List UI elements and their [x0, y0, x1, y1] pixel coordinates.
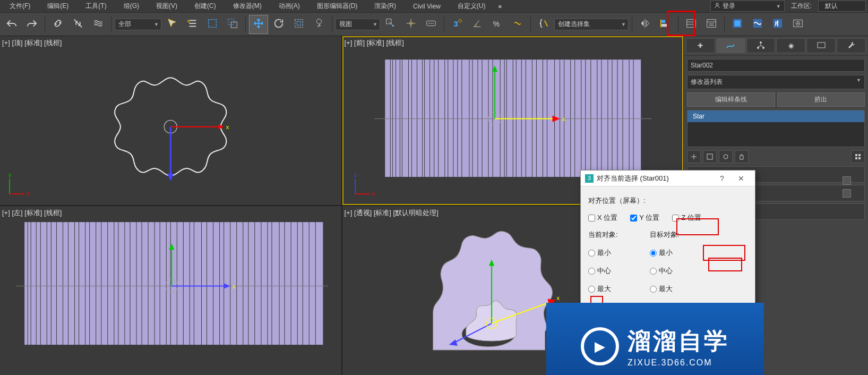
close-button[interactable]: ✕ [732, 174, 751, 183]
mirror-button[interactable] [635, 15, 655, 34]
render-setup-button[interactable] [788, 15, 807, 34]
svg-point-174 [724, 155, 728, 159]
workspace-selector[interactable]: 默认 [818, 1, 866, 12]
select-by-name-button[interactable] [183, 15, 202, 34]
unlink-button[interactable] [68, 15, 88, 34]
window-crossing-icon [227, 18, 238, 31]
menu-view[interactable]: 视图(V) [149, 1, 185, 12]
target-max-radio[interactable]: 最大 [650, 284, 680, 294]
window-crossing-button[interactable] [223, 15, 242, 34]
angle-snap-button[interactable] [468, 15, 487, 34]
modifier-stack-item[interactable]: Star [687, 110, 864, 122]
make-unique-button[interactable] [719, 150, 733, 163]
section-position-label: 对齐位置（屏幕）: [588, 196, 747, 206]
align-button[interactable] [656, 15, 675, 34]
configure-sets-button[interactable] [851, 150, 865, 163]
tab-create[interactable]: ✚ [686, 38, 715, 53]
menu-grapheditor[interactable]: 图形编辑器(D) [310, 1, 365, 12]
menu-more[interactable]: » [495, 3, 505, 10]
spinner-snap-button[interactable] [508, 15, 527, 34]
rect-region-button[interactable] [203, 15, 222, 34]
position-axes-row: X 位置 Y 位置 Z 位置 [588, 213, 747, 223]
menu-tools[interactable]: 工具(T) [78, 1, 114, 12]
help-button[interactable]: ? [712, 174, 732, 183]
watermark-url: ZIXUE.3D66.COM [628, 358, 729, 368]
pivot-icon [385, 18, 397, 31]
modifier-list-combo[interactable]: 修改器列表 ▼ [687, 75, 865, 89]
tab-utilities[interactable] [837, 38, 866, 53]
named-selection-combo[interactable]: 创建选择集 ▼ [554, 19, 629, 30]
bind-spacewarp-button[interactable] [89, 15, 108, 34]
edit-spline-button[interactable]: 编辑样条线 [687, 92, 775, 107]
login-field[interactable]: 登录 ▼ [710, 1, 785, 12]
keyboard-shortcut-button[interactable] [422, 15, 441, 34]
tab-hierarchy[interactable] [746, 38, 776, 53]
svg-rect-19 [687, 20, 696, 28]
undo-button[interactable] [2, 15, 21, 34]
redo-button[interactable] [22, 15, 41, 34]
viewport-left[interactable]: [+] [左] [标准] [线框] x [0, 206, 341, 375]
current-min-radio[interactable]: 最小 [588, 248, 618, 258]
remove-modifier-button[interactable] [735, 150, 749, 163]
svg-rect-5 [297, 21, 300, 25]
tab-motion[interactable]: ◉ [776, 38, 805, 53]
current-max-radio[interactable]: 最大 [588, 284, 618, 294]
spinner-up[interactable] [843, 176, 851, 185]
dialog-titlebar[interactable]: 3 对齐当前选择 (Star001) ? ✕ [581, 171, 755, 186]
material-editor-button[interactable] [768, 15, 787, 34]
snap-toggle-button[interactable]: 3 [448, 15, 467, 34]
z-position-checkbox[interactable]: Z 位置 [672, 213, 701, 223]
viewport-label: [+] [顶] [标准] [线框] [2, 38, 62, 48]
pin-stack-button[interactable] [687, 150, 701, 163]
target-center-radio[interactable]: 中心 [650, 266, 680, 276]
modifier-stack[interactable]: Star [687, 110, 865, 147]
rotate-button[interactable] [269, 15, 288, 34]
svg-text:x: x [562, 116, 565, 122]
undo-icon [6, 18, 18, 31]
rect-select-icon [207, 18, 218, 31]
edit-named-sel-button[interactable] [534, 15, 553, 34]
manipulate-button[interactable] [401, 15, 420, 34]
menu-anim[interactable]: 动画(A) [271, 1, 307, 12]
menu-civil[interactable]: Civil View [406, 2, 448, 11]
menu-render[interactable]: 渲染(R) [367, 1, 403, 12]
select-object-button[interactable] [162, 15, 182, 34]
target-min-radio[interactable]: 最小 [650, 248, 680, 258]
placement-button[interactable] [310, 15, 329, 34]
layers-icon [685, 18, 697, 31]
svg-point-27 [797, 23, 799, 24]
toggle-ribbon-button[interactable] [702, 15, 721, 34]
ref-coord-combo[interactable]: 视图 ▼ [336, 19, 380, 30]
watermark-title: 溜溜自学 [628, 326, 729, 357]
move-button[interactable] [249, 15, 268, 34]
layer-explorer-button[interactable] [682, 15, 701, 34]
show-end-result-button[interactable] [703, 150, 717, 163]
menu-create[interactable]: 创建(C) [187, 1, 224, 12]
main-menu-bar: 文件(F) 编辑(E) 工具(T) 组(G) 视图(V) 创建(C) 修改器(M… [0, 0, 868, 13]
menu-group[interactable]: 组(G) [116, 1, 147, 12]
play-icon: ▶ [581, 327, 619, 365]
viewport-top[interactable]: [+] [顶] [标准] [线框] x y x [0, 36, 341, 205]
tab-modify[interactable] [716, 38, 745, 53]
object-name-field[interactable]: Star002 [687, 59, 865, 72]
schematic-view-button[interactable] [748, 15, 767, 34]
menu-custom[interactable]: 自定义(U) [450, 1, 493, 12]
link-button[interactable] [48, 15, 67, 34]
tab-display[interactable] [806, 38, 836, 53]
list-icon [186, 18, 198, 31]
current-center-radio[interactable]: 中心 [588, 266, 618, 276]
selection-filter-combo[interactable]: 全部 ▼ [115, 19, 161, 30]
menu-file[interactable]: 文件(F) [2, 1, 38, 12]
curve-editor-button[interactable] [728, 15, 747, 34]
svg-text:y: y [8, 172, 11, 178]
percent-snap-button[interactable]: % [488, 15, 507, 34]
svg-point-13 [433, 23, 434, 24]
extrude-button[interactable]: 挤出 [777, 92, 865, 107]
spinner-down[interactable] [843, 189, 851, 198]
scale-button[interactable] [289, 15, 308, 34]
menu-modifier[interactable]: 修改器(M) [226, 1, 269, 12]
use-center-button[interactable] [381, 15, 400, 34]
x-position-checkbox[interactable]: X 位置 [588, 213, 617, 223]
menu-edit[interactable]: 编辑(E) [40, 1, 76, 12]
y-position-checkbox[interactable]: Y 位置 [630, 213, 659, 223]
